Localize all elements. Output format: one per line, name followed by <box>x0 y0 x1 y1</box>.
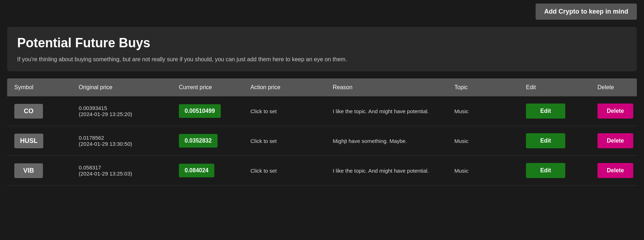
edit-cell: Edit <box>526 163 597 178</box>
current-price-cell: 0.00510499 <box>179 104 250 118</box>
col-current-price: Current price <box>179 84 250 91</box>
delete-button[interactable]: Delete <box>597 163 633 178</box>
col-action-price: Action price <box>250 84 333 91</box>
col-symbol: Symbol <box>14 84 79 91</box>
header-section: Potential Future Buys If you're thinling… <box>7 27 637 71</box>
col-edit: Edit <box>526 84 597 91</box>
table-row: VIB 0.058317 (2024-01-29 13:25:03) 0.084… <box>7 156 637 186</box>
current-price-cell: 0.0352832 <box>179 134 250 148</box>
table-body: CO 0.00393415 (2024-01-29 13:25:20) 0.00… <box>7 96 637 186</box>
table-row: CO 0.00393415 (2024-01-29 13:25:20) 0.00… <box>7 96 637 126</box>
topic-cell: Music <box>454 168 526 174</box>
symbol-cell: VIB <box>14 163 79 178</box>
original-price-value: 0.0178562 <box>79 135 179 141</box>
col-delete: Delete <box>597 84 644 91</box>
edit-button[interactable]: Edit <box>526 104 565 119</box>
delete-cell: Delete <box>597 133 644 148</box>
topic-cell: Music <box>454 108 526 114</box>
col-reason: Reason <box>333 84 454 91</box>
symbol-badge: HUSL <box>14 134 43 148</box>
delete-button[interactable]: Delete <box>597 104 633 119</box>
original-price-cell: 0.0178562 (2024-01-29 13:30:50) <box>79 135 179 147</box>
symbol-cell: HUSL <box>14 134 79 148</box>
current-price-badge: 0.084024 <box>179 164 214 177</box>
edit-cell: Edit <box>526 133 597 148</box>
action-price-cell[interactable]: Click to set <box>250 108 333 114</box>
table-container: Symbol Original price Current price Acti… <box>7 78 637 186</box>
topic-cell: Music <box>454 138 526 144</box>
original-price-date: (2024-01-29 13:30:50) <box>79 141 179 147</box>
symbol-badge: VIB <box>14 163 43 178</box>
current-price-cell: 0.084024 <box>179 164 250 177</box>
edit-cell: Edit <box>526 104 597 119</box>
symbol-badge: CO <box>14 104 43 119</box>
reason-cell: Mighjt have something. Maybe. <box>333 137 454 145</box>
original-price-date: (2024-01-29 13:25:20) <box>79 111 179 117</box>
delete-cell: Delete <box>597 104 644 119</box>
action-price-cell[interactable]: Click to set <box>250 138 333 144</box>
reason-cell: I like the topic. And might have potenti… <box>333 107 454 115</box>
add-crypto-button[interactable]: Add Crypto to keep in mind <box>536 4 637 20</box>
original-price-value: 0.058317 <box>79 164 179 171</box>
edit-button[interactable]: Edit <box>526 133 565 148</box>
table-row: HUSL 0.0178562 (2024-01-29 13:30:50) 0.0… <box>7 126 637 156</box>
delete-button[interactable]: Delete <box>597 133 633 148</box>
page-title: Potential Future Buys <box>17 35 627 51</box>
original-price-date: (2024-01-29 13:25:03) <box>79 171 179 177</box>
delete-cell: Delete <box>597 163 644 178</box>
col-topic: Topic <box>454 84 526 91</box>
original-price-cell: 0.00393415 (2024-01-29 13:25:20) <box>79 105 179 117</box>
col-original-price: Original price <box>79 84 179 91</box>
action-price-cell[interactable]: Click to set <box>250 168 333 174</box>
original-price-value: 0.00393415 <box>79 105 179 111</box>
reason-cell: I like the topic. And might have potenti… <box>333 167 454 174</box>
top-bar: Add Crypto to keep in mind <box>0 0 644 23</box>
edit-button[interactable]: Edit <box>526 163 565 178</box>
table-header: Symbol Original price Current price Acti… <box>7 78 637 96</box>
original-price-cell: 0.058317 (2024-01-29 13:25:03) <box>79 164 179 177</box>
symbol-cell: CO <box>14 104 79 119</box>
current-price-badge: 0.00510499 <box>179 104 221 118</box>
page-description: If you're thinling about buying somethin… <box>17 56 627 63</box>
current-price-badge: 0.0352832 <box>179 134 218 148</box>
